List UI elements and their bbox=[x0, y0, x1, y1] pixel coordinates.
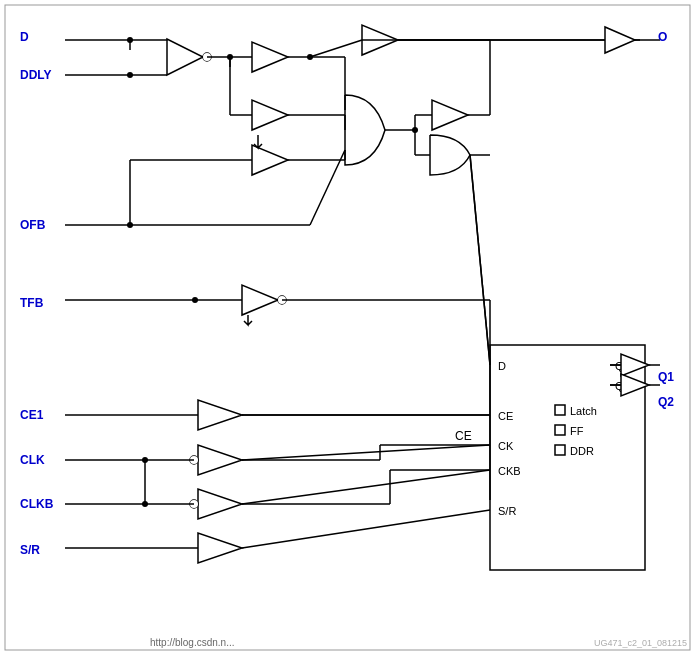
circuit-diagram bbox=[0, 0, 695, 656]
label-Q2-out: Q2 bbox=[658, 395, 674, 409]
label-CE1: CE1 bbox=[20, 408, 43, 422]
label-Q1-out: Q1 bbox=[658, 370, 674, 384]
diagram-container: D DDLY OFB TFB CE1 CLK CLKB S/R O Q1 Q2 … bbox=[0, 0, 695, 656]
label-D: D bbox=[20, 30, 29, 44]
label-TFB: TFB bbox=[20, 296, 43, 310]
footer-url: http://blog.csdn.n... bbox=[150, 637, 235, 648]
label-CLK: CLK bbox=[20, 453, 45, 467]
label-DDLY: DDLY bbox=[20, 68, 52, 82]
label-SR: S/R bbox=[20, 543, 40, 557]
label-CLKB: CLKB bbox=[20, 497, 53, 511]
label-O: O bbox=[658, 30, 667, 44]
watermark: UG471_c2_01_081215 bbox=[594, 638, 687, 648]
label-OFB: OFB bbox=[20, 218, 45, 232]
